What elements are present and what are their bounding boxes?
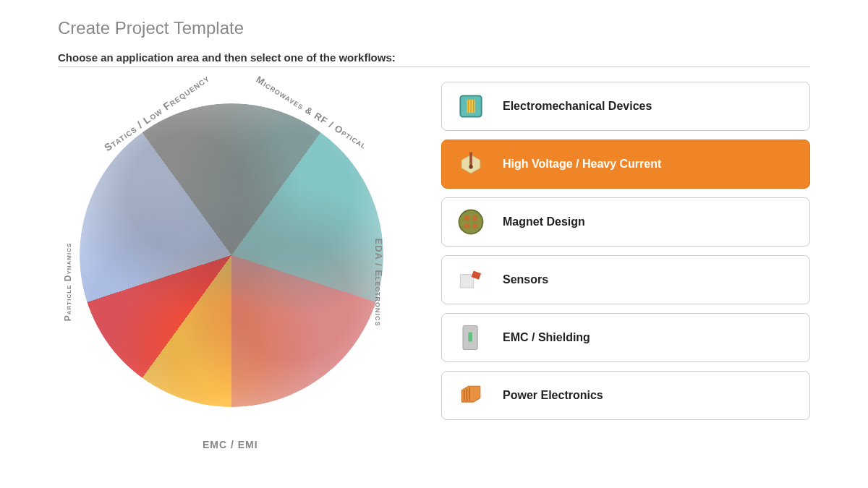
- workflow-item-electromechanical[interactable]: Electromechanical Devices: [441, 82, 810, 131]
- workflow-item-sensors[interactable]: Sensors: [441, 255, 810, 304]
- svg-rect-6: [469, 153, 472, 167]
- workflow-list: Electromechanical Devices High Voltage /…: [441, 82, 810, 458]
- wheel-label-emc: EMC / EMI: [203, 439, 258, 450]
- sensor-icon: [454, 262, 488, 297]
- svg-point-7: [469, 165, 473, 169]
- page-title: Create Project Template: [58, 18, 810, 38]
- workflow-label: EMC / Shielding: [503, 331, 590, 344]
- workflow-item-emc-shielding[interactable]: EMC / Shielding: [441, 313, 810, 362]
- svg-point-12: [472, 223, 477, 228]
- shielding-icon: [454, 320, 488, 355]
- power-electronics-icon: [454, 378, 488, 413]
- instruction-text: Choose an application area and then sele…: [58, 51, 810, 67]
- device-icon: [454, 89, 488, 124]
- wheel-label-eda: EDA / Electronics: [374, 239, 385, 327]
- svg-point-8: [459, 210, 483, 234]
- workflow-item-power-electronics[interactable]: Power Electronics: [441, 371, 810, 420]
- workflow-item-high-voltage[interactable]: High Voltage / Heavy Current: [441, 140, 810, 189]
- workflow-label: Electromechanical Devices: [503, 100, 652, 113]
- svg-rect-15: [468, 333, 472, 342]
- svg-point-10: [472, 215, 477, 221]
- svg-point-9: [464, 215, 469, 221]
- workflow-label: Magnet Design: [503, 215, 585, 228]
- application-wheel[interactable]: Statics / Low Frequency Microwaves & RF …: [58, 82, 405, 458]
- main-area: Statics / Low Frequency Microwaves & RF …: [58, 82, 810, 458]
- workflow-label: High Voltage / Heavy Current: [503, 158, 661, 171]
- workflow-item-magnet[interactable]: Magnet Design: [441, 197, 810, 247]
- high-voltage-icon: [454, 147, 488, 181]
- wheel-label-particle: Particle Dynamics: [63, 243, 73, 322]
- magnet-icon: [454, 205, 488, 239]
- wheel-graphic: [80, 103, 383, 407]
- workflow-label: Power Electronics: [503, 389, 603, 402]
- svg-point-11: [464, 223, 469, 228]
- workflow-label: Sensors: [503, 273, 548, 286]
